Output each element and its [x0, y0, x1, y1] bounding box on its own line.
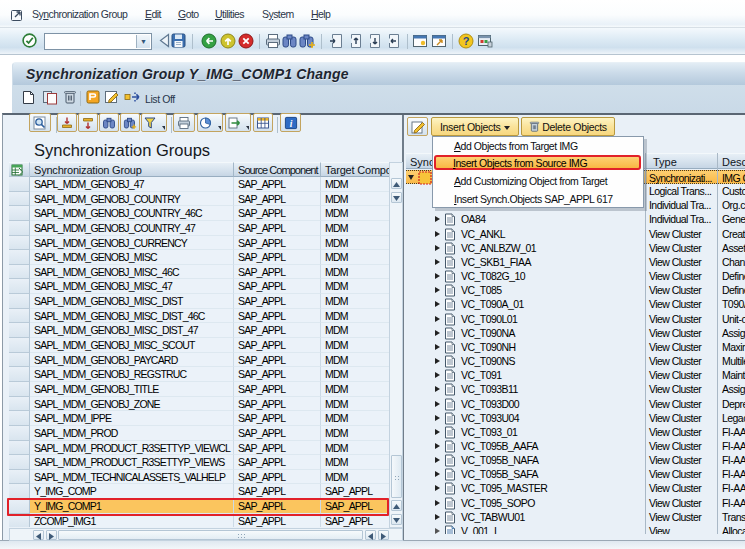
svg-text:?: ? [463, 35, 470, 47]
svg-text:i: i [289, 118, 292, 128]
